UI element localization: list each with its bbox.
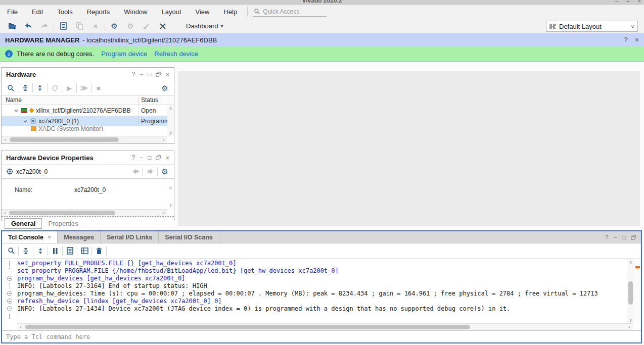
scroll-down-icon[interactable]: ∨	[167, 202, 174, 208]
window-minimize-button[interactable]: −	[615, 0, 618, 4]
menu-tools[interactable]: Tools	[50, 5, 79, 19]
horizontal-scrollbar[interactable]: ‹ ›	[17, 323, 633, 330]
scroll-left-icon[interactable]: ‹	[17, 324, 24, 330]
column-status[interactable]: Status	[138, 95, 174, 105]
back-button[interactable]	[129, 166, 142, 177]
menu-edit[interactable]: Edit	[25, 5, 50, 19]
copy-button[interactable]	[73, 20, 86, 32]
autoconnect-button[interactable]	[49, 82, 61, 93]
tab-messages[interactable]: Messages	[58, 231, 101, 243]
table-row[interactable]: xilinx_tcf/Digilent/210276AEF6DBB Open	[2, 105, 174, 116]
float-icon[interactable]	[156, 155, 161, 160]
table-row-selected[interactable]: xc7a200t_0 (1) Programmed	[2, 116, 174, 126]
queue-button[interactable]	[78, 245, 90, 257]
scroll-down-icon[interactable]: ∨	[167, 130, 174, 136]
window-close-button[interactable]: ×	[638, 0, 641, 4]
scroll-right-icon[interactable]: ›	[160, 136, 167, 143]
help-icon[interactable]: ?	[131, 71, 135, 77]
layout-selector[interactable]: Default Layout ∨	[546, 21, 638, 32]
scroll-up-icon[interactable]: ∧	[167, 105, 174, 111]
refresh-device-link[interactable]: Refresh device	[154, 50, 198, 58]
tab-serial-io-scans[interactable]: Serial I/O Scans	[159, 231, 219, 243]
redo-button[interactable]	[38, 20, 51, 32]
console-output[interactable]: set_property FULL_PROBES.FILE {} [get_hw…	[2, 259, 633, 323]
expand-all-button[interactable]	[34, 245, 47, 257]
program-device-link[interactable]: Program device	[101, 50, 147, 58]
scroll-thumb[interactable]	[9, 211, 115, 215]
tab-serial-io-links[interactable]: Serial I/O Links	[101, 231, 159, 243]
quick-access-input[interactable]	[263, 8, 318, 15]
maximize-icon[interactable]: □	[148, 71, 151, 77]
close-icon[interactable]: ×	[165, 71, 169, 78]
menu-file[interactable]: File	[0, 5, 25, 19]
tcl-command-input[interactable]	[2, 331, 641, 342]
panel-settings-button[interactable]: ⚙	[159, 166, 171, 177]
settings-button[interactable]: ⚙	[108, 20, 121, 32]
attach-button[interactable]	[140, 20, 153, 32]
device-properties-titlebar[interactable]: Hardware Device Properties ? − □ ×	[2, 151, 174, 164]
table-header[interactable]: Name Status	[2, 95, 174, 105]
expand-all-button[interactable]	[34, 82, 46, 93]
open-hardware-button[interactable]	[6, 20, 19, 32]
fold-marker-icon[interactable]	[7, 291, 12, 296]
menu-help[interactable]: Help	[217, 5, 245, 19]
scroll-down-icon[interactable]: ∨	[627, 317, 634, 323]
collapse-all-button[interactable]	[19, 82, 31, 93]
help-icon[interactable]: ?	[624, 36, 628, 44]
minimize-icon[interactable]: −	[614, 234, 617, 241]
search-button[interactable]	[5, 245, 17, 257]
scroll-left-icon[interactable]: ‹	[2, 210, 9, 216]
scroll-right-icon[interactable]: ›	[160, 210, 167, 216]
scroll-up-icon[interactable]: ∧	[627, 259, 634, 265]
chevron-down-icon[interactable]	[23, 119, 28, 124]
scroll-up-icon[interactable]: ∧	[167, 185, 174, 191]
window-maximize-button[interactable]: +	[626, 0, 629, 4]
tab-properties[interactable]: Properties	[42, 219, 84, 228]
column-name[interactable]: Name	[2, 95, 138, 105]
settings-disabled-button[interactable]: ⚙	[124, 20, 137, 32]
delete-button[interactable]: ×	[89, 20, 102, 32]
chevron-down-icon[interactable]	[14, 108, 19, 113]
probes-button[interactable]	[156, 20, 169, 32]
error-marker[interactable]	[635, 266, 640, 268]
scroll-left-icon[interactable]: ‹	[2, 136, 9, 143]
minimize-icon[interactable]: −	[140, 71, 143, 77]
collapse-all-button[interactable]	[20, 245, 32, 257]
menu-reports[interactable]: Reports	[80, 5, 117, 19]
hardware-panel-titlebar[interactable]: Hardware ? − □ ×	[2, 68, 174, 81]
minimize-icon[interactable]: −	[140, 155, 143, 161]
horizontal-scrollbar[interactable]: ‹ ›	[2, 136, 167, 143]
help-icon[interactable]: ?	[131, 155, 135, 161]
float-icon[interactable]	[631, 235, 636, 240]
fold-marker-icon[interactable]	[7, 276, 12, 281]
pause-output-button[interactable]	[49, 245, 61, 257]
undo-button[interactable]	[22, 20, 35, 32]
scroll-thumb[interactable]	[25, 325, 470, 329]
fold-marker-icon[interactable]	[7, 306, 12, 311]
quick-access-box[interactable]	[253, 7, 327, 17]
run-all-button[interactable]: ≫	[78, 82, 90, 93]
close-icon[interactable]: ×	[635, 36, 639, 44]
menu-window[interactable]: Window	[117, 5, 154, 19]
stop-button[interactable]: ■	[93, 82, 105, 93]
run-button[interactable]: ▶	[63, 82, 75, 93]
tab-general[interactable]: General	[5, 218, 42, 229]
maximize-icon[interactable]: □	[622, 234, 626, 241]
forward-button[interactable]	[144, 166, 156, 177]
copy-button[interactable]	[64, 245, 76, 257]
vertical-scrollbar[interactable]: ∧ ∨	[167, 105, 174, 136]
search-button[interactable]	[5, 82, 17, 93]
fold-marker-icon[interactable]	[7, 299, 12, 304]
help-icon[interactable]: ?	[605, 234, 609, 241]
tab-tcl-console[interactable]: Tcl Console ×	[2, 231, 58, 243]
scroll-right-icon[interactable]: ›	[626, 324, 633, 330]
clear-console-button[interactable]	[93, 245, 105, 257]
dashboard-dropdown[interactable]: Dashboard ▾	[183, 21, 226, 31]
scroll-thumb[interactable]	[628, 281, 633, 305]
vertical-scrollbar[interactable]: ∧ ∨	[627, 259, 634, 323]
float-icon[interactable]	[156, 72, 161, 77]
close-icon[interactable]: ×	[48, 234, 51, 241]
maximize-icon[interactable]: □	[148, 155, 151, 161]
close-icon[interactable]: ×	[165, 155, 169, 161]
table-row-clipped[interactable]: XADC (System Monitor)	[2, 126, 174, 131]
